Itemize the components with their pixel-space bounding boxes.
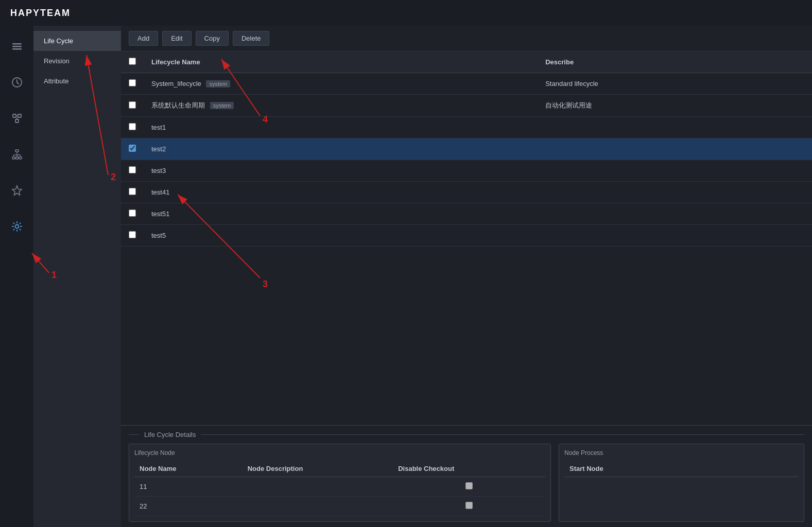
cell-describe: 自动化测试用途 xyxy=(538,95,812,117)
table-row[interactable]: test5 xyxy=(121,225,812,247)
sidebar-icon-gear[interactable] xyxy=(7,216,27,237)
row-checkbox[interactable] xyxy=(129,231,136,238)
svg-rect-12 xyxy=(12,157,15,159)
svg-rect-8 xyxy=(15,119,19,122)
cell-describe xyxy=(538,117,812,138)
main-layout: Life Cycle Revision Attribute Add Edit C… xyxy=(0,26,812,527)
svg-rect-1 xyxy=(12,46,22,47)
svg-rect-6 xyxy=(13,114,16,117)
row-checkbox[interactable] xyxy=(129,123,136,130)
app-title: HAPYTEAM xyxy=(10,8,71,19)
node-process-title: Node Process xyxy=(564,449,799,456)
table-row[interactable]: test3 xyxy=(121,160,812,182)
copy-button[interactable]: Copy xyxy=(196,31,229,46)
lifecycle-node-table: Node Name Node Description Disable Check… xyxy=(134,461,545,516)
toolbar: Add Edit Copy Delete xyxy=(121,26,812,51)
lifecycle-table: Lifecycle Name Describe System_lifecycle… xyxy=(121,51,812,247)
icon-sidebar xyxy=(0,26,33,527)
row-checkbox[interactable] xyxy=(129,209,136,217)
cell-describe xyxy=(538,160,812,182)
node-description xyxy=(243,497,393,516)
details-panels: Lifecycle Node Node Name Node Descriptio… xyxy=(129,444,804,522)
disable-checkout-checkbox[interactable] xyxy=(465,502,473,509)
node-disable-checkout xyxy=(393,497,545,516)
cell-lifecycle-name: test3 xyxy=(144,160,538,182)
lifecycle-node-panel: Lifecycle Node Node Name Node Descriptio… xyxy=(129,444,551,522)
table-row[interactable]: test2 xyxy=(121,138,812,160)
cell-lifecycle-name: 系统默认生命周期 system xyxy=(144,95,538,117)
svg-point-21 xyxy=(15,225,19,229)
nav-sidebar: Life Cycle Revision Attribute xyxy=(33,26,121,527)
node-table-row: 11 xyxy=(134,477,545,497)
row-checkbox[interactable] xyxy=(129,166,136,173)
topbar: HAPYTEAM xyxy=(0,0,812,26)
process-col-start: Start Node xyxy=(564,461,799,477)
svg-rect-7 xyxy=(18,114,21,117)
svg-line-5 xyxy=(17,82,19,84)
table-container: Lifecycle Name Describe System_lifecycle… xyxy=(121,51,812,425)
system-tag: system xyxy=(206,80,230,87)
row-checkbox[interactable] xyxy=(129,101,136,109)
svg-rect-2 xyxy=(12,43,22,45)
cell-lifecycle-name: System_lifecycle system xyxy=(144,73,538,95)
sidebar-icon-clock[interactable] xyxy=(7,72,27,93)
cell-lifecycle-name: test2 xyxy=(144,138,538,160)
row-checkbox[interactable] xyxy=(129,188,136,195)
delete-button[interactable]: Delete xyxy=(233,31,270,46)
node-table-row: 22 xyxy=(134,497,545,516)
table-row[interactable]: System_lifecycle system Standard lifecyc… xyxy=(121,73,812,95)
node-disable-checkout xyxy=(393,477,545,497)
nav-item-revision[interactable]: Revision xyxy=(33,51,121,71)
sidebar-icon-star[interactable] xyxy=(7,180,27,201)
system-tag: system xyxy=(210,102,234,109)
svg-rect-11 xyxy=(15,150,19,152)
cell-lifecycle-name: test1 xyxy=(144,117,538,138)
add-button[interactable]: Add xyxy=(129,31,158,46)
row-checkbox[interactable] xyxy=(129,79,136,86)
table-row[interactable]: test51 xyxy=(121,203,812,225)
cell-describe xyxy=(538,182,812,203)
node-col-name: Node Name xyxy=(134,461,243,477)
col-checkbox xyxy=(121,51,144,73)
sidebar-icon-share[interactable] xyxy=(7,108,27,129)
col-describe: Describe xyxy=(538,51,812,73)
select-all-checkbox[interactable] xyxy=(129,58,136,65)
lifecycle-node-title: Lifecycle Node xyxy=(134,449,545,456)
node-process-table: Start Node xyxy=(564,461,799,477)
nav-item-attribute[interactable]: Attribute xyxy=(33,71,121,91)
node-name: 22 xyxy=(134,497,243,516)
node-col-desc: Node Description xyxy=(243,461,393,477)
nav-item-lifecycle[interactable]: Life Cycle xyxy=(33,31,121,51)
col-lifecycle-name: Lifecycle Name xyxy=(144,51,538,73)
svg-rect-14 xyxy=(19,157,22,159)
table-header-row: Lifecycle Name Describe xyxy=(121,51,812,73)
node-process-panel: Node Process Start Node xyxy=(559,444,804,522)
cell-describe xyxy=(538,225,812,247)
sidebar-icon-layers[interactable] xyxy=(7,36,27,57)
table-row[interactable]: test41 xyxy=(121,182,812,203)
disable-checkout-checkbox[interactable] xyxy=(465,482,473,489)
cell-describe xyxy=(538,203,812,225)
cell-lifecycle-name: test5 xyxy=(144,225,538,247)
row-checkbox[interactable] xyxy=(129,145,136,152)
cell-lifecycle-name: test51 xyxy=(144,203,538,225)
table-row[interactable]: 系统默认生命周期 system 自动化测试用途 xyxy=(121,95,812,117)
node-name: 11 xyxy=(134,477,243,497)
node-description xyxy=(243,477,393,497)
details-header: Life Cycle Details xyxy=(129,431,804,438)
cell-lifecycle-name: test41 xyxy=(144,182,538,203)
svg-marker-20 xyxy=(12,186,22,195)
node-col-disable: Disable Checkout xyxy=(393,461,545,477)
svg-rect-13 xyxy=(15,157,18,159)
content-area: Add Edit Copy Delete Lifecycle Name Desc… xyxy=(121,26,812,527)
sidebar-icon-hierarchy[interactable] xyxy=(7,144,27,165)
edit-button[interactable]: Edit xyxy=(162,31,191,46)
details-section: Life Cycle Details Lifecycle Node Node N… xyxy=(121,425,812,527)
table-row[interactable]: test1 xyxy=(121,117,812,138)
cell-describe: Standard lifecycle xyxy=(538,73,812,95)
svg-rect-0 xyxy=(12,48,22,50)
cell-describe xyxy=(538,138,812,160)
